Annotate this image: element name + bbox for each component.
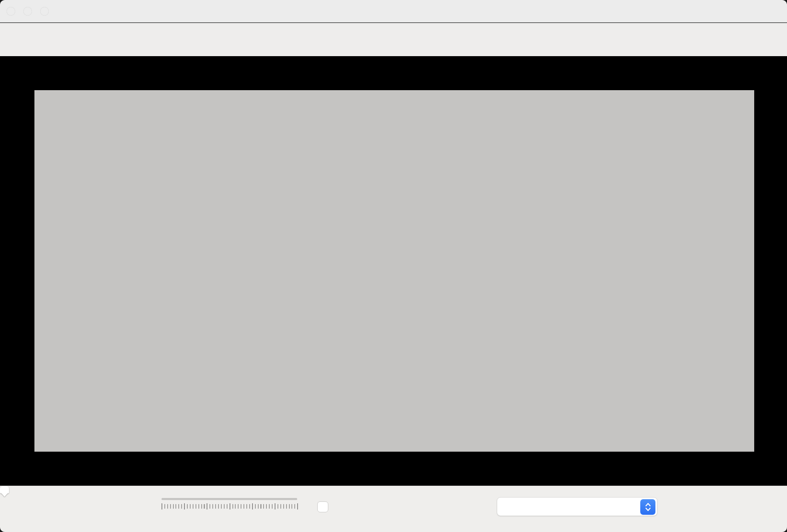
window-title	[0, 0, 787, 23]
title-bar	[0, 0, 787, 23]
toolbar	[0, 23, 787, 56]
app-window	[0, 0, 787, 532]
fps-slider-major-ticks	[161, 503, 298, 509]
dropdown-stepper-icon	[640, 499, 655, 515]
debug-mode-checkbox[interactable]	[317, 501, 328, 512]
fps-slider-thumb[interactable]	[0, 486, 9, 497]
game-canvas	[0, 56, 787, 486]
control-bar	[0, 486, 787, 532]
collision-mode-select[interactable]	[497, 497, 657, 516]
map	[34, 90, 754, 452]
fps-slider-track[interactable]	[161, 498, 297, 500]
